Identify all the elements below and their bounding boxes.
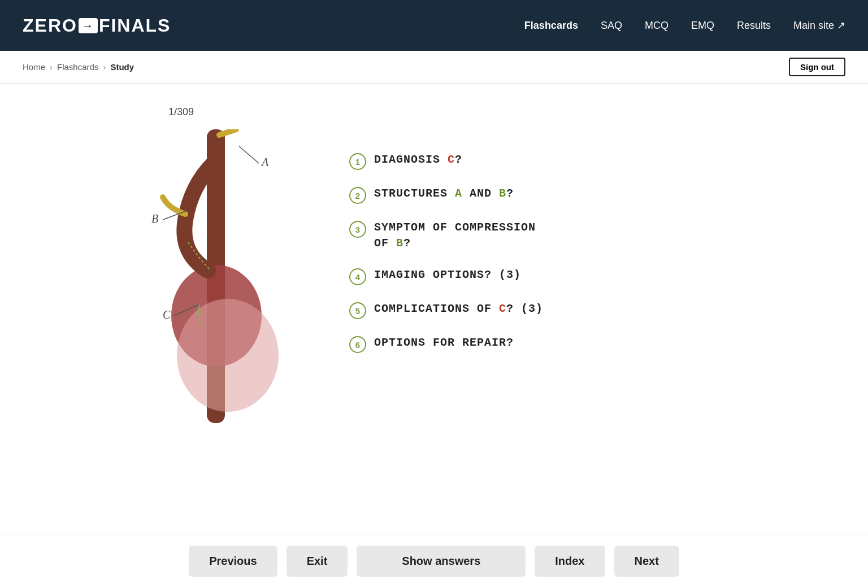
site-header: ZERO → FINALS Flashcards SAQ MCQ EMQ Res… (0, 0, 868, 51)
svg-point-2 (177, 299, 279, 412)
logo-text-zero: ZERO (23, 15, 77, 36)
q-text-3: SYMPTOM OF COMPRESSIONOF B? (374, 220, 536, 251)
breadcrumb-bar: Home › Flashcards › Study Sign out (0, 51, 868, 84)
q-text-4: IMAGING OPTIONS? (3) (374, 267, 521, 283)
svg-text:B: B (151, 212, 158, 225)
q-text-1: DIAGNOSIS C? (374, 152, 462, 168)
q-text-6: OPTIONS FOR REPAIR? (374, 335, 514, 351)
question-6: 6 OPTIONS FOR REPAIR? (349, 335, 722, 353)
q-text-2: STRUCTURES A AND B? (374, 186, 514, 202)
question-5: 5 COMPLICATIONS OF C? (3) (349, 301, 722, 319)
q-number-2: 2 (349, 187, 366, 204)
svg-text:C: C (163, 308, 171, 321)
question-4: 4 IMAGING OPTIONS? (3) (349, 267, 722, 285)
nav-flashcards[interactable]: Flashcards (524, 20, 578, 32)
breadcrumb-sep-2: › (103, 62, 106, 72)
nav-mcq[interactable]: MCQ (645, 20, 669, 32)
nav-saq[interactable]: SAQ (601, 20, 622, 32)
questions-list: 1 DIAGNOSIS C? 2 STRUCTURES A AND B? 3 S… (349, 129, 722, 353)
nav-main-site[interactable]: Main site ↗ (793, 19, 845, 32)
q-number-1: 1 (349, 153, 366, 170)
logo: ZERO → FINALS (23, 15, 171, 36)
svg-text:A: A (261, 156, 269, 168)
nav-results[interactable]: Results (737, 20, 771, 32)
question-1: 1 DIAGNOSIS C? (349, 152, 722, 170)
logo-text-finals: FINALS (99, 15, 171, 36)
breadcrumb-current: Study (110, 62, 134, 72)
card-counter: 1/309 (168, 106, 194, 118)
nav-emq[interactable]: EMQ (691, 20, 714, 32)
q-number-3: 3 (349, 221, 366, 238)
breadcrumb-flashcards[interactable]: Flashcards (57, 62, 98, 72)
svg-line-4 (239, 146, 259, 163)
q-text-5: COMPLICATIONS OF C? (3) (374, 301, 543, 317)
question-2: 2 STRUCTURES A AND B? (349, 186, 722, 204)
q-number-4: 4 (349, 268, 366, 285)
breadcrumb-sep-1: › (50, 62, 53, 72)
main-content: 1/309 (0, 84, 868, 448)
breadcrumb-home[interactable]: Home (23, 62, 45, 72)
anatomy-illustration: A B C (146, 129, 315, 425)
card-content: A B C 1 DIAGNOSIS C? 2 (123, 129, 745, 425)
main-nav: Flashcards SAQ MCQ EMQ Results Main site… (524, 19, 845, 32)
q-number-6: 6 (349, 336, 366, 353)
q-number-5: 5 (349, 302, 366, 319)
svg-line-3 (219, 129, 236, 135)
question-3: 3 SYMPTOM OF COMPRESSIONOF B? (349, 220, 722, 251)
breadcrumb: Home › Flashcards › Study (23, 62, 134, 72)
logo-arrow: → (79, 18, 98, 33)
sign-out-button[interactable]: Sign out (789, 58, 845, 76)
flashcard-container: 1/309 (123, 106, 745, 425)
